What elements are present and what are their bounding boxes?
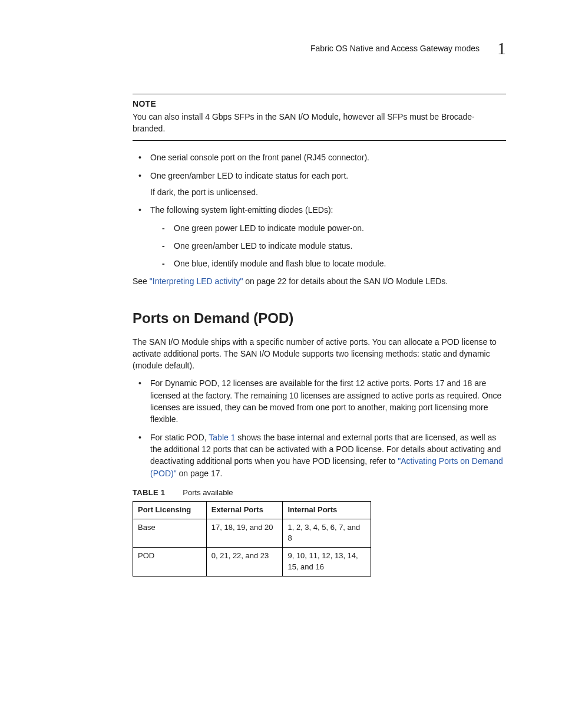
- table-row: Base 17, 18, 19, and 20 1, 2, 3, 4, 5, 6…: [133, 519, 371, 548]
- table-row: POD 0, 21, 22, and 23 9, 10, 11, 12, 13,…: [133, 548, 371, 577]
- cross-reference-link[interactable]: Table 1: [209, 433, 235, 442]
- sub-list: One green power LED to indicate module p…: [150, 222, 506, 270]
- sub-list-item-text: One blue, identify module and flash blue…: [174, 259, 386, 268]
- list-item: For Dynamic POD, 12 licenses are availab…: [133, 377, 506, 425]
- sub-list-item: One blue, identify module and flash blue…: [156, 258, 506, 269]
- text-fragment: For static POD,: [150, 433, 209, 442]
- table-label: TABLE 1: [133, 488, 165, 497]
- table-cell: 0, 21, 22, and 23: [206, 548, 283, 577]
- table-title: Ports available: [183, 488, 233, 497]
- col-header: External Ports: [206, 501, 283, 519]
- note-label: NOTE: [133, 98, 506, 110]
- table-cell: 9, 10, 11, 12, 13, 14, 15, and 16: [283, 548, 371, 577]
- list-item: The following system light-emitting diod…: [133, 204, 506, 269]
- cross-reference-link[interactable]: "Interpreting LED activity": [150, 276, 243, 286]
- list-item-text: One green/amber LED to indicate status f…: [150, 171, 348, 180]
- text-fragment: on page 17.: [177, 469, 223, 478]
- see-led-paragraph: See "Interpreting LED activity" on page …: [133, 275, 506, 287]
- col-header: Internal Ports: [283, 501, 371, 519]
- list-item: One green/amber LED to indicate status f…: [133, 170, 506, 199]
- sub-list-item-text: One green/amber LED to indicate module s…: [174, 241, 353, 251]
- ports-table: Port Licensing External Ports Internal P…: [133, 501, 371, 577]
- page: Fabric OS Native and Access Gateway mode…: [0, 0, 562, 728]
- feature-list: One serial console port on the front pan…: [133, 151, 506, 269]
- sub-list-item: One green power LED to indicate module p…: [156, 222, 506, 234]
- table-caption: TABLE 1Ports available: [133, 487, 506, 499]
- running-header: Fabric OS Native and Access Gateway mode…: [133, 35, 506, 61]
- sub-list-item-text: One green power LED to indicate module p…: [174, 223, 364, 233]
- list-item-text: One serial console port on the front pan…: [150, 153, 369, 162]
- chapter-number: 1: [497, 35, 506, 61]
- list-item-text: The following system light-emitting diod…: [150, 205, 333, 215]
- table-cell: POD: [133, 548, 207, 577]
- table-cell: 1, 2, 3, 4, 5, 6, 7, and 8: [283, 519, 371, 548]
- note-block: NOTE You can also install 4 Gbps SFPs in…: [133, 94, 506, 141]
- list-item-subtext: If dark, the port is unlicensed.: [150, 186, 506, 198]
- table-header-row: Port Licensing External Ports Internal P…: [133, 501, 371, 519]
- text-fragment: See: [133, 276, 150, 286]
- list-item: For static POD, Table 1 shows the base i…: [133, 431, 506, 479]
- sub-list-item: One green/amber LED to indicate module s…: [156, 240, 506, 252]
- text-fragment: on page 22 for details about the SAN I/O…: [243, 276, 448, 286]
- table-cell: Base: [133, 519, 207, 548]
- pod-intro: The SAN I/O Module ships with a specific…: [133, 336, 506, 372]
- pod-list: For Dynamic POD, 12 licenses are availab…: [133, 377, 506, 479]
- col-header: Port Licensing: [133, 501, 207, 519]
- running-title: Fabric OS Native and Access Gateway mode…: [310, 42, 480, 54]
- list-item: One serial console port on the front pan…: [133, 151, 506, 163]
- list-item-text: For Dynamic POD, 12 licenses are availab…: [150, 378, 501, 424]
- note-body: You can also install 4 Gbps SFPs in the …: [133, 111, 506, 135]
- table-cell: 17, 18, 19, and 20: [206, 519, 283, 548]
- section-heading-pod: Ports on Demand (POD): [133, 308, 506, 329]
